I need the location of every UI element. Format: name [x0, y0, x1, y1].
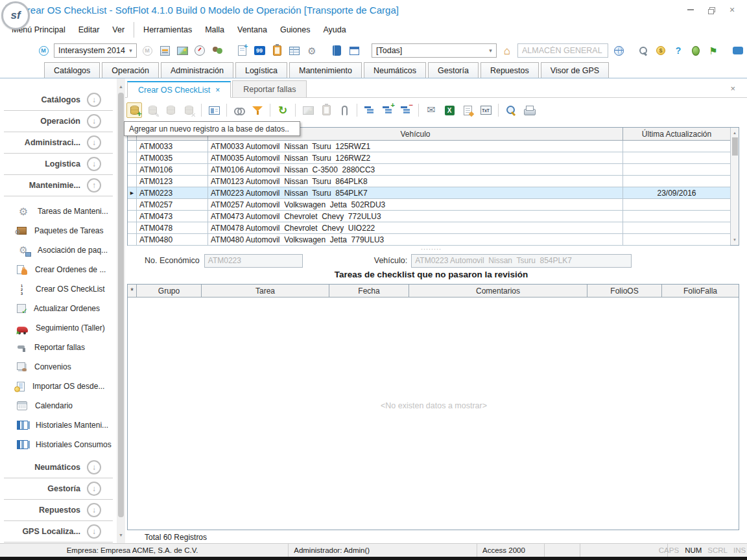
no-economico-field[interactable]: ATM0223	[204, 254, 303, 268]
collapse-arrow-icon[interactable]	[87, 524, 101, 539]
help-icon[interactable]: ?	[671, 43, 685, 58]
menu-item[interactable]: Guiones	[274, 22, 317, 38]
scroll-down-icon[interactable]: ▼	[117, 531, 125, 539]
chat-icon[interactable]	[731, 43, 745, 58]
column-header-grupo[interactable]: Grupo	[137, 285, 202, 297]
sidebar-item[interactable]: Historiales Consumos	[0, 435, 117, 454]
ribbon-tab[interactable]: Gestoría	[428, 62, 479, 78]
sidebar-group[interactable]: Logistica	[4, 154, 113, 175]
tree-list-icon[interactable]	[362, 102, 377, 118]
flag-icon[interactable]: ⚑	[706, 43, 720, 58]
sidebar-group[interactable]: Mantenimie...	[4, 175, 113, 196]
menu-item[interactable]: Ayuda	[316, 22, 352, 38]
export-excel-icon[interactable]: X	[442, 102, 457, 118]
tab-close-icon[interactable]: ×	[215, 86, 220, 95]
warehouse-field[interactable]	[517, 43, 608, 58]
table-row[interactable]: ATM0223 ATM0223 Automovil Nissan Tsuru 8…	[128, 187, 730, 199]
vehicles-table-scrollbar[interactable]: ▲ ▼	[730, 128, 739, 245]
image-icon[interactable]	[175, 43, 189, 58]
ribbon-tab[interactable]: Mantenimiento	[289, 62, 362, 78]
collapse-arrow-icon[interactable]	[87, 93, 101, 107]
database-icon[interactable]	[163, 102, 178, 118]
scrollbar-thumb[interactable]	[118, 93, 124, 517]
ribbon-tab[interactable]: Operación	[102, 62, 159, 78]
company-combo[interactable]: Interasystem 2014▾	[54, 43, 137, 58]
delete-record-icon[interactable]: ✕	[181, 102, 196, 118]
collapse-arrow-icon[interactable]	[87, 114, 101, 128]
menu-item[interactable]: Editar	[72, 22, 106, 38]
ribbon-tab[interactable]: Repuestos	[480, 62, 539, 78]
sidebar-group[interactable]: Administraci...	[4, 132, 113, 154]
sidebar-item[interactable]: Reportar fallas	[0, 338, 117, 357]
sidebar-item[interactable]: Actualizar Ordenes	[0, 299, 117, 318]
sidebar-item[interactable]: Calendario	[0, 396, 117, 415]
table-row[interactable]: ATM0257 ATM0257 Automovil Volkswagen Jet…	[128, 199, 730, 211]
menu-item[interactable]: Ventana	[231, 22, 274, 38]
book-icon[interactable]	[329, 43, 344, 58]
tab-reportar-fallas[interactable]: Reportar fallas	[232, 80, 307, 97]
sidebar-group[interactable]: Operación	[4, 111, 113, 132]
gear-icon[interactable]: ⚙	[305, 43, 319, 58]
add-record-icon[interactable]: +	[126, 102, 142, 118]
column-header-foliofalla[interactable]: FolioFalla	[662, 285, 739, 297]
ribbon-tab[interactable]: Neumáticos	[364, 62, 426, 78]
column-header-folioos[interactable]: FolioOS	[587, 285, 662, 297]
send-email-icon[interactable]: ✉	[423, 102, 439, 118]
sidebar-item[interactable]: Paquetes de Tareas	[0, 221, 117, 240]
sidebar-group[interactable]: Gestoría	[4, 478, 113, 500]
splitter-handle[interactable]: ········	[125, 246, 737, 251]
export-txt-icon[interactable]: TxT	[478, 102, 493, 118]
table-row[interactable]: ATM0123 ATM0123 Automovil Nissan Tsuru 8…	[128, 176, 730, 187]
refresh-icon[interactable]: ↻	[275, 102, 290, 118]
print-icon[interactable]	[521, 102, 537, 118]
bug-icon[interactable]	[689, 43, 703, 58]
sidebar-group[interactable]: Neumáticos	[4, 457, 113, 478]
collapse-arrow-icon[interactable]	[87, 460, 101, 474]
collapse-arrow-icon[interactable]	[87, 503, 101, 517]
ribbon-tab[interactable]: Logística	[235, 62, 287, 78]
sidebar-item[interactable]: Tareas de Manteni...	[0, 202, 117, 221]
minimize-button[interactable]	[683, 4, 698, 16]
table-row[interactable]: ATM0480 ATM0480 Automovil Volkswagen Jet…	[128, 234, 730, 246]
sidebar-item[interactable]: Convenios	[0, 357, 117, 377]
print-preview-icon[interactable]	[503, 102, 519, 118]
collapse-arrow-icon[interactable]	[87, 482, 101, 496]
window-icon[interactable]	[347, 43, 361, 58]
scroll-up-icon[interactable]: ▲	[117, 82, 125, 91]
ribbon-tab[interactable]: Catálogos	[44, 62, 100, 78]
sidebar-item[interactable]: Asociación de paq...	[0, 240, 117, 260]
tools-search-icon[interactable]	[636, 43, 650, 58]
image-icon[interactable]	[300, 102, 316, 118]
chevron-down-icon[interactable]: ▾	[485, 44, 496, 57]
export-note-icon[interactable]	[460, 102, 475, 118]
edit-record-icon[interactable]: ✎	[145, 102, 160, 118]
new-document-icon[interactable]	[235, 43, 249, 58]
users-icon[interactable]	[210, 43, 224, 58]
badge-99-icon[interactable]: 99	[252, 43, 267, 58]
globe-icon[interactable]	[611, 43, 626, 58]
scroll-down-icon[interactable]: ▼	[731, 236, 739, 244]
column-header-tarea[interactable]: Tarea	[202, 285, 329, 297]
sidebar-item[interactable]: Importar OS desde...	[0, 377, 117, 396]
clipboard-icon[interactable]	[318, 102, 334, 118]
tree-add-node-icon[interactable]: +	[380, 102, 396, 118]
scrollbar-thumb[interactable]	[732, 137, 738, 156]
sidebar-item[interactable]: Crear Ordenes de ...	[0, 260, 117, 279]
ribbon-tab[interactable]: Visor de GPS	[541, 62, 610, 78]
table-row[interactable]: ATM0106 ATM0106 Automovil Nissan C-3500 …	[128, 164, 730, 176]
sidebar-group[interactable]: Catálogos	[4, 89, 113, 111]
scroll-up-icon[interactable]: ▲	[731, 129, 739, 137]
home-icon[interactable]: ⌂	[500, 43, 514, 58]
ribbon-tab[interactable]: Administración	[161, 62, 233, 78]
collapse-arrow-icon[interactable]	[87, 135, 101, 150]
filter-funnel-icon[interactable]	[250, 102, 265, 118]
clipboard-icon[interactable]	[270, 43, 284, 58]
table-row[interactable]: ATM0473 ATM0473 Automovil Chevrolet Chev…	[128, 211, 730, 222]
column-header-fecha[interactable]: Fecha	[329, 285, 409, 297]
menu-item[interactable]: Herramientas	[134, 22, 198, 38]
attachment-icon[interactable]	[337, 102, 352, 118]
column-header-ultima-actualizacion[interactable]: Última Actualización	[623, 128, 730, 140]
collapse-arrow-icon[interactable]	[87, 157, 101, 171]
filter-combo[interactable]: [Todas]▾	[372, 43, 497, 58]
table-row[interactable]: ATM0478 ATM0478 Automovil Chevrolet Chev…	[128, 222, 730, 234]
